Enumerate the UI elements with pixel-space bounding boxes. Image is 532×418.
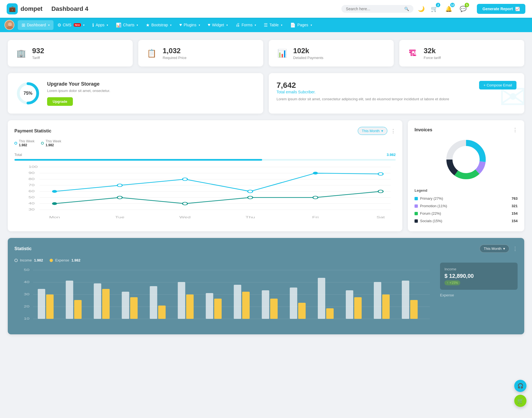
nav-forms-label: Forms [242,23,253,27]
svg-point-27 [52,190,57,193]
svg-point-32 [378,173,383,175]
svg-point-31 [313,172,318,175]
svg-rect-55 [38,289,45,319]
svg-point-29 [183,178,188,181]
stat-force-info: 32k Force tariff [424,47,441,60]
email-background-icon: ✉ [499,78,524,114]
nav: ⊞ Dashboard ▾ ⚙ CMS New ▾ ℹ Apps ▾ 📊 Cha… [0,18,532,32]
statistic-header: Statistic This Month ▾ ⋮ [14,245,518,253]
nav-item-apps[interactable]: ℹ Apps ▾ [88,20,112,30]
generate-report-label: Generate Report [482,7,513,11]
svg-rect-72 [270,299,278,319]
statistic-title: Statistic [14,246,32,251]
logo: 💼 dompet [7,3,42,14]
bootstrap-chevron: ▾ [170,24,172,27]
svg-point-38 [378,190,383,193]
legend-forum-dot [415,212,418,215]
invoices-card-header: Invoices ⋮ [415,127,518,133]
svg-text:80: 80 [29,177,35,181]
widget-icon: ♥ [208,22,211,27]
cart-button[interactable]: 🛒 2 [429,4,439,14]
nav-item-bootstrap[interactable]: ★ Bootstrap ▾ [142,20,175,30]
payment-month-filter[interactable]: This Month ▾ [358,127,387,135]
svg-rect-58 [74,300,82,319]
nav-item-charts[interactable]: 📊 Charts ▾ [112,20,142,30]
svg-point-28 [117,184,122,187]
invoices-legend-title: Legend [415,188,518,193]
svg-point-30 [248,190,253,193]
bell-button[interactable]: 🔔 12 [444,4,454,14]
email-count: 7,642 [277,81,449,90]
dashboard-icon: ⊞ [22,22,25,28]
page-title: Dashboard 4 [51,5,341,12]
legend-row-socials: Socials (15%) 154 [415,217,518,225]
svg-rect-81 [402,281,409,319]
force-tariff-icon: 🏗 [406,47,419,60]
legend-socials-dot [415,219,418,223]
nav-avatar [4,20,14,30]
stat-tariff-info: 932 Tariff [32,47,44,60]
svg-rect-65 [178,282,185,319]
svg-rect-76 [326,308,334,319]
invoices-more-icon[interactable]: ⋮ [513,127,518,133]
stat-legend-income: Income 1.982 [14,258,43,262]
stat-card-detailed-payments: 📊 102k Detailed Payments [269,40,394,66]
nav-charts-label: Charts [123,23,134,27]
apps-icon: ℹ [92,22,94,28]
statistic-legend: Income 1.982 Expense 1.982 [14,258,434,262]
widget-chevron: ▾ [226,24,228,27]
statistic-chart-svg: 50 40 30 20 10 [14,267,434,328]
moon-icon[interactable]: 🌙 [418,6,425,12]
chat-button[interactable]: 💬 5 [458,4,468,14]
nav-item-pages[interactable]: 📄 Pages ▾ [286,20,316,30]
bell-badge: 12 [450,3,455,7]
cms-badge: New [74,23,81,27]
header: 💼 dompet Dashboard 4 🔍 🌙 🛒 2 🔔 12 💬 5 Ge… [0,0,532,18]
statistic-more-icon[interactable]: ⋮ [513,246,518,252]
nav-dashboard-label: Dashboard [27,23,46,27]
chat-badge: 5 [465,3,469,7]
payment-progress-fill [14,159,262,161]
storage-donut: 75% [16,81,40,106]
nav-item-dashboard[interactable]: ⊞ Dashboard ▾ [18,20,53,30]
svg-rect-60 [102,289,110,319]
svg-point-35 [183,202,188,205]
payment-more-icon[interactable]: ⋮ [391,128,396,134]
nav-item-cms[interactable]: ⚙ CMS New ▾ [53,20,89,30]
table-icon: ☰ [264,22,268,28]
legend-dot-1 [41,142,44,145]
generate-report-button[interactable]: Generate Report 📈 [477,4,525,14]
income-badge-text: +15% [449,281,458,285]
plugins-chevron: ▾ [199,24,200,27]
legend-label-1: This Week [45,139,61,143]
svg-point-33 [52,202,57,205]
nav-item-plugins[interactable]: ♥ Plugins ▾ [175,20,204,30]
svg-rect-77 [346,290,353,319]
expense-legend-dot [50,259,53,262]
legend-item-0: This Week 1.982 [14,139,34,147]
table-chevron: ▾ [281,24,282,27]
expense-legend-label: Expense [55,258,69,262]
stat-month-filter-label: This Month [484,247,502,251]
svg-rect-73 [290,288,297,319]
upgrade-button[interactable]: Upgrade [47,97,73,106]
tariff-value: 932 [32,47,44,55]
legend-value-0: 1.982 [19,143,34,147]
nav-item-widget[interactable]: ♥ Widget ▾ [204,20,232,30]
forms-chevron: ▾ [255,24,256,27]
stat-card-force-tariff: 🏗 32k Force tariff [399,40,524,66]
payment-total-value: 3.982 [387,153,396,157]
expense-legend-val: 1.982 [71,258,81,262]
statistic-month-filter[interactable]: This Month ▾ [480,245,509,253]
nav-item-forms[interactable]: 🖨 Forms ▾ [232,20,260,30]
cms-icon: ⚙ [57,22,61,28]
stat-cards-row: 🏢 932 Tariff 📋 1,032 Required Price 📊 10… [8,40,524,66]
nav-item-table[interactable]: ☰ Table ▾ [260,20,286,30]
income-legend-val: 1.982 [34,258,43,262]
search-input[interactable] [346,7,402,11]
invoices-legend: Primary (27%) 763 Promotion (11%) 321 Fo… [415,195,518,225]
legend-row-forum: Forum (22%) 154 [415,210,518,217]
cart-badge: 2 [436,3,440,7]
apps-chevron: ▾ [107,24,108,27]
svg-text:Fri: Fri [312,216,319,219]
